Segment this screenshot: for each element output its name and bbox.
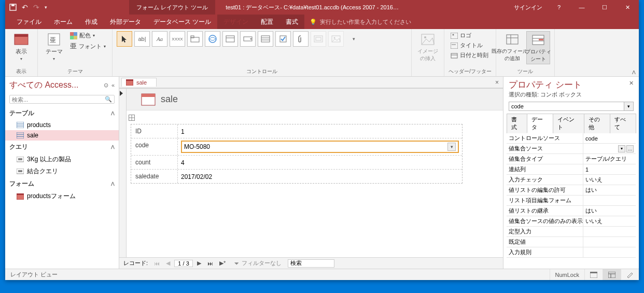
- last-record-button[interactable]: ⏭: [205, 260, 215, 267]
- property-value[interactable]: code: [583, 133, 636, 143]
- form-row-id[interactable]: ID: [131, 124, 462, 138]
- signin-link[interactable]: サインイン: [509, 4, 548, 11]
- property-value[interactable]: いいえ: [583, 216, 636, 226]
- collapse-icon[interactable]: ᐱ: [111, 144, 115, 150]
- property-row[interactable]: 値集合ソースの値のみの表示いいえ: [507, 216, 636, 227]
- form-row-code[interactable]: code ▾: [131, 138, 462, 156]
- logo-button[interactable]: ロゴ: [449, 31, 491, 40]
- property-row[interactable]: 入力チェックいいえ: [507, 175, 636, 185]
- tab-control-icon[interactable]: [187, 31, 203, 47]
- title-button[interactable]: タイトル: [449, 41, 491, 50]
- field-count-value[interactable]: [181, 159, 459, 166]
- nav-collapse-icon[interactable]: «: [111, 82, 115, 89]
- navigation-control-icon[interactable]: [222, 31, 238, 47]
- undo-icon[interactable]: ↶: [22, 3, 28, 11]
- form-row-saledate[interactable]: saledate: [131, 170, 462, 183]
- more-controls-icon[interactable]: ▾: [346, 31, 361, 47]
- textbox-control-icon[interactable]: ab|: [134, 31, 150, 47]
- save-icon[interactable]: [9, 4, 17, 11]
- attachment-control-icon[interactable]: [293, 31, 309, 47]
- nav-item-sale[interactable]: sale: [5, 130, 119, 141]
- property-row[interactable]: 値集合ソース▾…: [507, 144, 636, 154]
- property-value[interactable]: ▾…: [583, 144, 636, 154]
- tab-dbtools[interactable]: データベース ツール: [147, 15, 217, 29]
- help-button[interactable]: ?: [548, 0, 570, 15]
- property-object-input[interactable]: [509, 102, 624, 111]
- combobox-control-icon[interactable]: [240, 31, 256, 47]
- code-combobox[interactable]: ▾: [181, 141, 459, 153]
- view-button[interactable]: 表示 ▾: [9, 31, 33, 62]
- datetime-button[interactable]: 日付と時刻: [449, 51, 491, 60]
- new-record-button[interactable]: ▶*: [217, 260, 228, 267]
- tab-external[interactable]: 外部データ: [104, 15, 147, 29]
- checkbox-control-icon[interactable]: [275, 31, 291, 47]
- redo-icon[interactable]: ↷: [33, 3, 39, 11]
- property-value[interactable]: はい: [583, 185, 636, 195]
- design-view-button[interactable]: [621, 269, 639, 280]
- prop-tab-other[interactable]: その他: [584, 114, 610, 133]
- tell-me-search[interactable]: 💡実行したい作業を入力してください: [304, 15, 416, 29]
- colors-button[interactable]: 配色 ▾: [68, 31, 108, 40]
- nav-search-input[interactable]: [12, 96, 105, 103]
- property-row[interactable]: 値リストの編集の許可はい: [507, 185, 636, 196]
- property-sheet-button[interactable]: プロパティ シート: [526, 31, 550, 64]
- insert-image-button[interactable]: イメージ の挿入: [416, 31, 440, 63]
- prop-tab-event[interactable]: イベント: [553, 114, 585, 133]
- maximize-button[interactable]: ☐: [593, 0, 616, 15]
- field-id-value[interactable]: [181, 128, 459, 135]
- record-search-input[interactable]: [288, 259, 334, 268]
- close-tab-button[interactable]: ×: [491, 79, 503, 86]
- themes-button[interactable]: 亜 テーマ ▾: [42, 31, 66, 62]
- next-record-button[interactable]: ▶: [195, 260, 203, 267]
- prop-tab-all[interactable]: すべて: [610, 114, 636, 133]
- first-record-button[interactable]: ⏮: [152, 260, 162, 267]
- collapse-ribbon-icon[interactable]: ᐱ: [632, 69, 636, 75]
- button-control-icon[interactable]: XXXX: [170, 31, 185, 47]
- form-row-count[interactable]: count: [131, 156, 462, 170]
- tab-format[interactable]: 書式: [279, 15, 304, 29]
- property-row[interactable]: リスト項目編集フォーム: [507, 196, 636, 206]
- qat-dropdown-icon[interactable]: ▾: [45, 5, 47, 10]
- close-button[interactable]: ✕: [616, 0, 639, 15]
- hyperlink-control-icon[interactable]: [205, 31, 220, 47]
- nav-item-products[interactable]: products: [5, 120, 119, 130]
- tab-file[interactable]: ファイル: [10, 15, 48, 29]
- dropdown-icon[interactable]: ▾: [618, 145, 625, 152]
- builder-button[interactable]: …: [626, 145, 634, 152]
- form-view-button[interactable]: [584, 269, 603, 280]
- nav-menu-icon[interactable]: ⊙: [104, 82, 108, 89]
- select-tool-icon[interactable]: [117, 31, 132, 47]
- nav-category-queries[interactable]: クエリᐱ: [5, 141, 119, 154]
- layout-view-button[interactable]: [603, 269, 621, 280]
- nav-item-query-3kg[interactable]: 3Kg 以上の製品: [5, 154, 119, 165]
- nav-category-forms[interactable]: フォームᐱ: [5, 177, 119, 190]
- minimize-button[interactable]: —: [570, 0, 593, 15]
- property-row[interactable]: コントロールソースcode: [507, 133, 636, 144]
- property-value[interactable]: はい: [583, 206, 636, 216]
- nav-category-tables[interactable]: テーブルᐱ: [5, 107, 119, 120]
- tab-design[interactable]: デザイン: [217, 15, 255, 29]
- nav-header[interactable]: すべての Access... ⊙«: [5, 77, 119, 94]
- add-fields-button[interactable]: 既存のフィールド の追加: [500, 31, 524, 63]
- tab-home[interactable]: ホーム: [48, 15, 79, 29]
- property-value[interactable]: [583, 227, 636, 236]
- dropdown-icon[interactable]: ▾: [624, 102, 634, 111]
- prev-record-button[interactable]: ◀: [164, 260, 172, 267]
- property-value[interactable]: 1: [583, 164, 636, 174]
- property-value[interactable]: テーブル/クエリ: [583, 154, 636, 164]
- nav-item-productsform[interactable]: productsフォーム: [5, 190, 119, 202]
- property-row[interactable]: 連結列1: [507, 164, 636, 175]
- property-value[interactable]: [583, 196, 636, 205]
- dropdown-icon[interactable]: ▾: [447, 143, 456, 151]
- property-value[interactable]: いいえ: [583, 175, 636, 185]
- property-value[interactable]: [583, 237, 636, 247]
- fonts-button[interactable]: 亜フォント ▾: [68, 41, 108, 51]
- property-value[interactable]: [583, 247, 636, 257]
- tab-arrange[interactable]: 配置: [255, 15, 279, 29]
- property-row[interactable]: 値集合タイプテーブル/クエリ: [507, 154, 636, 164]
- record-selector-bar[interactable]: [119, 89, 127, 257]
- property-row[interactable]: 値リストの継承はい: [507, 206, 636, 216]
- search-icon[interactable]: 🔍: [105, 96, 112, 103]
- record-position-input[interactable]: [174, 260, 193, 267]
- prop-tab-format[interactable]: 書式: [507, 114, 527, 133]
